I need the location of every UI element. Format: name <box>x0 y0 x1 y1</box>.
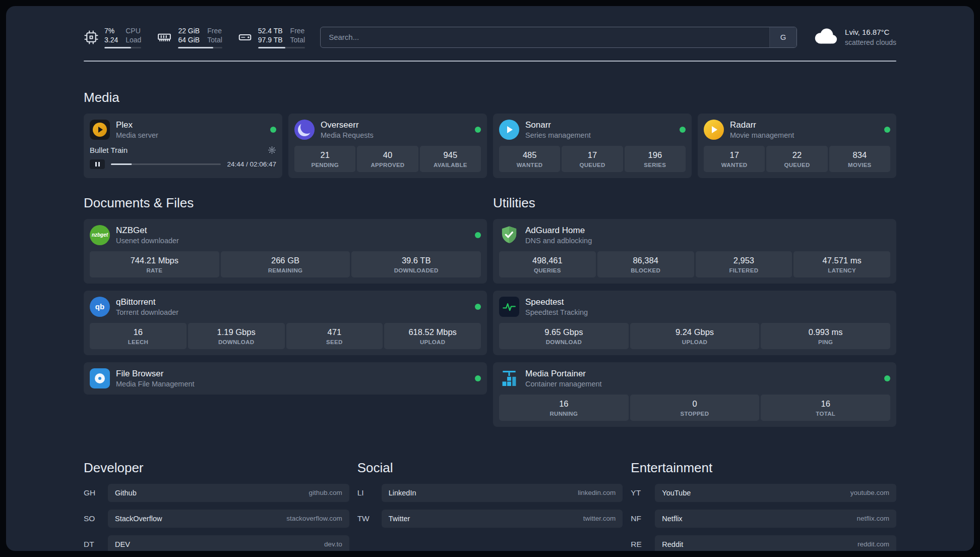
stat-box: 498,461 QUERIES <box>499 251 596 277</box>
bookmark-github: GH Github github.com <box>84 484 349 502</box>
search-input[interactable] <box>321 27 769 47</box>
stat-label: MOVIES <box>831 162 888 168</box>
bookmark-link-dev[interactable]: DEV dev.to <box>108 535 349 551</box>
stat-box: 0 STOPPED <box>630 395 760 421</box>
bookmark-group-title: Entertainment <box>631 460 896 476</box>
service-name: NZBGet <box>116 226 179 236</box>
stat-label: DOWNLOAD <box>501 339 627 345</box>
bookmark-link-github[interactable]: Github github.com <box>108 484 349 502</box>
resource-widget-memory: 22 GiB 64 GiB Free Total <box>156 26 222 48</box>
bookmark-url: netflix.com <box>856 515 889 522</box>
disk-free-value: 52.4 TB <box>258 26 283 35</box>
memory-icon <box>156 30 172 45</box>
stat-value: 0.993 ms <box>763 327 888 337</box>
stat-value: 618.52 Mbps <box>386 327 479 337</box>
service-card-adguard[interactable]: AdGuard Home DNS and adblocking 498,461 … <box>493 219 896 284</box>
gear-icon[interactable] <box>268 146 276 154</box>
stat-value: 16 <box>763 399 888 409</box>
stat-box: 834 MOVIES <box>829 146 890 172</box>
service-description: Torrent downloader <box>116 308 178 316</box>
bookmark-abbr: DT <box>84 540 108 549</box>
section-title-utilities: Utilities <box>493 195 896 211</box>
bookmark-name: DEV <box>115 540 130 548</box>
bookmark-link-youtube[interactable]: YouTube youtube.com <box>655 484 896 502</box>
stat-value: 17 <box>564 150 621 160</box>
status-dot <box>475 232 481 238</box>
service-card-portainer[interactable]: Media Portainer Container management 16 … <box>493 362 896 427</box>
section-media: Media Plex Media server Bullet Tra <box>84 90 896 178</box>
stat-box: 16 RUNNING <box>499 395 629 421</box>
bookmark-name: Netflix <box>662 515 682 523</box>
stat-box: 17 QUEUED <box>562 146 623 172</box>
resource-widgets: 7% 3.24 CPU Load <box>84 26 305 48</box>
service-card-filebrowser[interactable]: File Browser Media File Management <box>84 362 487 395</box>
stat-label: UPLOAD <box>386 339 479 345</box>
service-card-plex[interactable]: Plex Media server Bullet Train <box>84 114 282 178</box>
service-description: Media Requests <box>321 131 374 139</box>
stat-value: 9.24 Gbps <box>632 327 758 337</box>
weather-location: Lviv, 16.87°C <box>845 27 896 37</box>
stat-label: REMAINING <box>223 267 348 273</box>
filebrowser-icon <box>90 368 110 388</box>
bookmark-url: reddit.com <box>858 540 889 548</box>
stat-value: 945 <box>422 150 479 160</box>
bookmark-url: github.com <box>309 489 342 496</box>
bookmark-link-twitter[interactable]: Twitter twitter.com <box>382 510 623 528</box>
cpu-usage-bar <box>104 47 141 48</box>
sonarr-icon <box>499 120 519 140</box>
stat-label: UPLOAD <box>632 339 758 345</box>
bookmark-link-reddit[interactable]: Reddit reddit.com <box>655 535 896 551</box>
bookmark-group-title: Social <box>357 460 623 476</box>
stat-label: BLOCKED <box>599 267 692 273</box>
stat-label: SERIES <box>627 162 684 168</box>
bookmark-abbr: TW <box>357 514 382 523</box>
stat-label: FILTERED <box>698 267 790 273</box>
status-dot <box>270 127 276 133</box>
stat-label: RATE <box>92 267 217 273</box>
service-card-overseerr[interactable]: Overseerr Media Requests 21 PENDING 40 A… <box>288 114 487 178</box>
stat-value: 498,461 <box>501 256 594 265</box>
cpu-usage-label: CPU <box>126 26 141 35</box>
service-name: Radarr <box>730 120 794 130</box>
status-dot <box>680 127 686 133</box>
bookmark-name: Reddit <box>662 540 683 548</box>
cpu-icon <box>84 30 99 45</box>
weather-condition: scattered clouds <box>845 38 896 47</box>
stat-label: QUERIES <box>501 267 594 273</box>
stat-value: 471 <box>288 327 381 337</box>
player-progress-bar[interactable] <box>111 163 221 165</box>
service-card-sonarr[interactable]: Sonarr Series management 485 WANTED 17 Q… <box>493 114 692 178</box>
stat-value: 196 <box>627 150 684 160</box>
resource-widget-disk: 52.4 TB 97.9 TB Free Total <box>237 26 305 48</box>
speedtest-icon <box>499 297 519 317</box>
weather-widget: Lviv, 16.87°C scattered clouds <box>812 27 896 47</box>
stat-value: 39.6 TB <box>353 256 479 265</box>
service-card-nzbget[interactable]: nzbget NZBGet Usenet downloader 744.21 M… <box>84 219 487 284</box>
bookmark-link-stackoverflow[interactable]: StackOverflow stackoverflow.com <box>108 510 349 528</box>
service-name: Plex <box>116 120 158 130</box>
stat-box: 2,953 FILTERED <box>696 251 792 277</box>
stat-value: 17 <box>706 150 763 160</box>
status-dot <box>884 375 890 381</box>
search-provider-button[interactable]: G <box>769 27 797 47</box>
bookmark-link-linkedin[interactable]: LinkedIn linkedin.com <box>382 484 623 502</box>
bookmark-link-netflix[interactable]: Netflix netflix.com <box>655 510 896 528</box>
stat-box: 39.6 TB DOWNLOADED <box>351 251 481 277</box>
memory-free-label: Free <box>207 26 222 35</box>
service-card-speedtest[interactable]: Speedtest Speedtest Tracking 9.65 Gbps D… <box>493 291 896 355</box>
stat-box: 9.65 Gbps DOWNLOAD <box>499 323 629 349</box>
stat-box: 0.993 ms PING <box>761 323 890 349</box>
stat-label: WANTED <box>501 162 558 168</box>
service-card-qbittorrent[interactable]: qb qBittorrent Torrent downloader 16 LEE… <box>84 291 487 355</box>
stat-value: 21 <box>296 150 353 160</box>
service-card-radarr[interactable]: Radarr Movie management 17 WANTED 22 QUE… <box>698 114 896 178</box>
bookmark-url: twitter.com <box>583 515 616 522</box>
service-name: Speedtest <box>525 297 588 307</box>
disk-total-label: Total <box>290 35 305 44</box>
stat-label: PING <box>763 339 888 345</box>
bookmark-abbr: NF <box>631 514 655 523</box>
stat-label: APPROVED <box>359 162 416 168</box>
pause-button[interactable] <box>90 159 105 169</box>
status-dot <box>475 127 481 133</box>
stat-label: PENDING <box>296 162 353 168</box>
